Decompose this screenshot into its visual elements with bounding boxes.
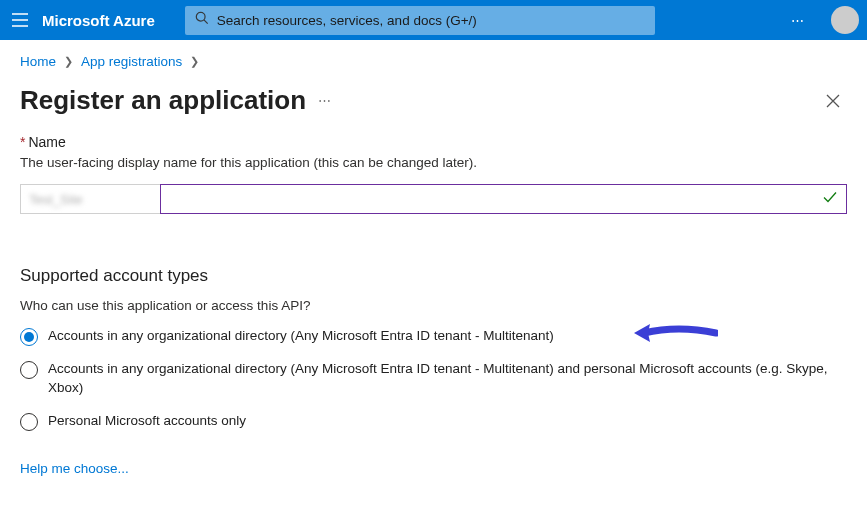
radio-personal-only[interactable]: Personal Microsoft accounts only xyxy=(20,412,847,431)
svg-point-0 xyxy=(196,12,205,21)
name-label: *Name xyxy=(20,130,847,153)
radio-icon xyxy=(20,413,38,431)
breadcrumb-appreg[interactable]: App registrations xyxy=(81,54,182,69)
breadcrumb-home[interactable]: Home xyxy=(20,54,56,69)
check-icon xyxy=(822,189,838,209)
radio-icon xyxy=(20,328,38,346)
name-description: The user-facing display name for this ap… xyxy=(20,153,847,184)
account-types-subtitle: Who can use this application or access t… xyxy=(20,298,847,327)
register-form: *Name The user-facing display name for t… xyxy=(0,122,867,485)
chevron-right-icon: ❯ xyxy=(64,55,73,68)
name-input-wrapper: Test_Site xyxy=(20,184,847,214)
avatar[interactable] xyxy=(831,6,859,34)
svg-line-1 xyxy=(204,20,208,24)
name-input[interactable] xyxy=(165,185,822,213)
page-more-icon[interactable]: ⋯ xyxy=(306,93,344,108)
chevron-right-icon: ❯ xyxy=(190,55,199,68)
topbar-more-icon[interactable]: ⋯ xyxy=(781,13,815,28)
radio-multitenant[interactable]: Accounts in any organizational directory… xyxy=(20,327,847,346)
help-me-choose-link[interactable]: Help me choose... xyxy=(20,461,129,476)
search-input[interactable] xyxy=(217,13,645,28)
brand-label: Microsoft Azure xyxy=(42,12,155,29)
name-input-prefix: Test_Site xyxy=(20,184,160,214)
radio-label: Personal Microsoft accounts only xyxy=(48,412,246,431)
breadcrumb: Home ❯ App registrations ❯ xyxy=(0,40,867,75)
radio-label: Accounts in any organizational directory… xyxy=(48,327,554,346)
global-search[interactable] xyxy=(185,6,655,35)
search-icon xyxy=(195,11,209,29)
account-types-title: Supported account types xyxy=(20,254,847,298)
page-title: Register an application xyxy=(20,85,306,116)
radio-label: Accounts in any organizational directory… xyxy=(48,360,847,398)
close-icon[interactable] xyxy=(819,87,847,115)
page-title-row: Register an application ⋯ xyxy=(0,75,867,122)
radio-icon xyxy=(20,361,38,379)
hamburger-icon[interactable] xyxy=(10,10,30,30)
topbar: Microsoft Azure ⋯ xyxy=(0,0,867,40)
radio-multitenant-personal[interactable]: Accounts in any organizational directory… xyxy=(20,360,847,398)
account-types-radio-group: Accounts in any organizational directory… xyxy=(20,327,847,431)
